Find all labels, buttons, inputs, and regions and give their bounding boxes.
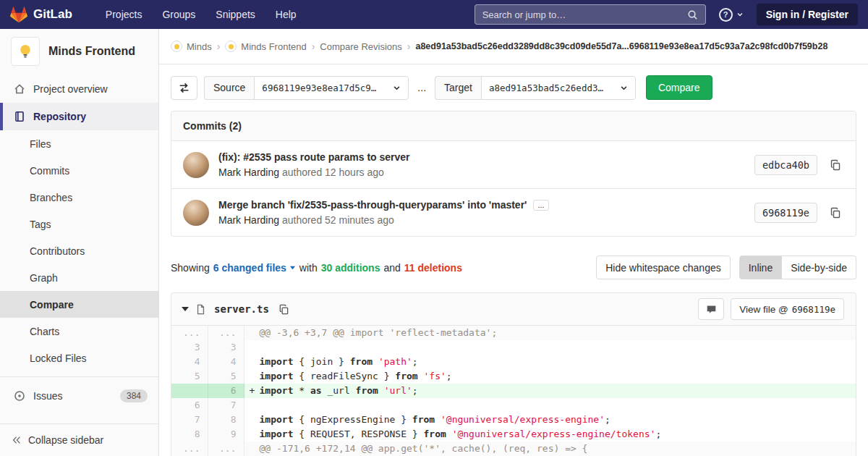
diff-old-line-number[interactable]: 8 (171, 427, 208, 442)
source-revision-group: Source 6968119e93e8ea17d5c9… (204, 76, 409, 100)
diff-new-line-number[interactable]: 7 (208, 398, 244, 413)
diff-file-panel: server.ts View file @ 6968119e (171, 292, 856, 456)
sidebar-item-commits[interactable]: Commits (0, 157, 158, 184)
toggle-file-comments-button[interactable] (698, 298, 724, 320)
issues-count-badge: 384 (120, 389, 148, 402)
expand-commit-message-button[interactable]: ... (533, 200, 548, 211)
diff-line-content: import { readFileSync } from 'fs'; (260, 371, 452, 381)
diff-view-controls: Hide whitespace changes Inline Side-by-s… (596, 256, 856, 279)
diff-old-line-number[interactable]: ... (171, 326, 208, 340)
diff-old-line-number[interactable]: 6 (171, 398, 208, 413)
nav-link-snippets[interactable]: Snippets (216, 9, 255, 20)
diff-line: 6 +import * as _url from 'url'; (171, 384, 856, 398)
copy-file-path-button[interactable] (276, 301, 292, 318)
breadcrumb-item-compare-revisions[interactable]: Compare Revisions (320, 41, 401, 52)
issues-icon (14, 390, 25, 402)
source-branch-dropdown[interactable]: 6968119e93e8ea17d5c9… (254, 76, 409, 100)
sidebar-item-graph[interactable]: Graph (0, 264, 158, 291)
hide-whitespace-button[interactable]: Hide whitespace changes (596, 256, 731, 279)
diff-line-code (244, 398, 856, 413)
diff-line: 3 3 (171, 340, 856, 355)
copy-sha-button[interactable] (827, 156, 844, 174)
target-revision-group: Target a8ed91a53bad5c26edd3… (435, 76, 636, 100)
breadcrumb-item-minds[interactable]: Minds (171, 41, 212, 52)
collapse-diff-caret-icon[interactable] (182, 307, 189, 311)
compare-button[interactable]: Compare (646, 75, 712, 100)
breadcrumb-item-minds-frontend[interactable]: Minds Frontend (225, 41, 306, 52)
diff-line-code: import { ngExpressEngine } from '@nguniv… (244, 413, 856, 427)
sidebar-item-project-overview[interactable]: Project overview (0, 75, 158, 103)
sidebar-item-charts[interactable]: Charts (0, 318, 158, 345)
sidebar-item-repository[interactable]: Repository (0, 103, 158, 130)
diff-line-code: import { readFileSync } from 'fs'; (244, 369, 856, 384)
changed-files-dropdown[interactable]: 6 changed files (213, 262, 296, 274)
diff-new-line-number[interactable]: 3 (208, 340, 244, 355)
nav-links: Projects Groups Snippets Help (106, 9, 297, 20)
author-avatar[interactable] (183, 152, 209, 178)
diff-line-content: import { REQUEST, RESPONSE } from '@ngun… (260, 428, 662, 439)
commits-panel: Commits (2) (fix): #2535 pass route para… (171, 111, 856, 237)
revision-range-separator: ... (415, 82, 428, 93)
gitlab-logo-link[interactable]: GitLab (10, 7, 72, 23)
diff-new-line-number[interactable]: 4 (208, 355, 244, 369)
diff-table-body: ... ... @@ -3,6 +3,7 @@ import 'reflect-… (171, 326, 856, 456)
target-branch-dropdown[interactable]: a8ed91a53bad5c26edd3… (481, 76, 636, 100)
diff-old-line-number[interactable]: ... (171, 442, 208, 456)
sidebar-item-tags[interactable]: Tags (0, 211, 158, 237)
sign-in-register-button[interactable]: Sign in / Register (757, 4, 858, 25)
help-question-icon: ? (719, 8, 733, 22)
sidebar-item-issues[interactable]: Issues 384 (0, 382, 158, 410)
swap-revisions-button[interactable] (171, 76, 197, 100)
diff-old-line-number[interactable]: 4 (171, 355, 208, 369)
commit-meta-text: authored 52 minutes ago (282, 214, 394, 226)
diff-old-line-number[interactable]: 3 (171, 340, 208, 355)
author-avatar[interactable] (183, 200, 209, 226)
diff-new-line-number[interactable]: 9 (208, 427, 244, 442)
view-file-button[interactable]: View file @ 6968119e (731, 298, 844, 320)
commit-sha-badge[interactable]: edbca40b (754, 155, 817, 175)
swap-arrows-icon (178, 82, 190, 94)
diff-new-line-number[interactable]: 8 (208, 413, 244, 427)
view-file-label: View file @ (739, 304, 788, 315)
diff-new-line-number[interactable]: 5 (208, 369, 244, 384)
commit-info: Merge branch 'fix/2535-pass-through-quer… (218, 199, 745, 226)
breadcrumb-label: Compare Revisions (320, 41, 401, 52)
search-input[interactable] (482, 9, 687, 20)
diff-new-line-number[interactable]: ... (208, 442, 244, 456)
nav-link-help[interactable]: Help (276, 9, 297, 20)
commit-author-link[interactable]: Mark Harding (218, 166, 279, 178)
sidebar-item-compare[interactable]: Compare (0, 291, 158, 318)
target-label: Target (435, 76, 481, 100)
diff-summary-bar: Showing 6 changed files with 30 addition… (159, 256, 868, 279)
copy-sha-button[interactable] (827, 204, 844, 221)
inline-view-button[interactable]: Inline (739, 256, 782, 279)
project-header[interactable]: Minds Frontend (0, 29, 158, 75)
nav-link-groups[interactable]: Groups (162, 9, 195, 20)
and-label: and (383, 262, 400, 274)
diff-old-line-number[interactable] (171, 384, 208, 398)
sidebar-item-contributors[interactable]: Contributors (0, 237, 158, 264)
commit-sha-badge[interactable]: 6968119e (754, 203, 817, 223)
commit-title-link[interactable]: (fix): #2535 pass route params to server (218, 151, 410, 163)
help-dropdown[interactable]: ? (719, 8, 744, 22)
collapse-sidebar-button[interactable]: Collapse sidebar (0, 423, 158, 456)
source-label: Source (204, 76, 254, 100)
diff-old-line-number[interactable]: 7 (171, 413, 208, 427)
diff-new-line-number[interactable]: ... (208, 326, 244, 340)
commit-meta-text: authored 12 hours ago (282, 166, 384, 178)
diff-line-content: @@ -3,6 +3,7 @@ import 'reflect-metadata… (260, 327, 498, 338)
diff-old-line-number[interactable]: 5 (171, 369, 208, 384)
sidebar-item-locked-files[interactable]: Locked Files (0, 345, 158, 371)
commit-title-link[interactable]: Merge branch 'fix/2535-pass-through-quer… (218, 199, 527, 211)
diff-new-line-number[interactable]: 6 (208, 384, 244, 398)
side-by-side-view-button[interactable]: Side-by-side (782, 256, 856, 279)
global-search[interactable] (475, 4, 706, 25)
sidebar-item-files[interactable]: Files (0, 130, 158, 157)
nav-link-projects[interactable]: Projects (106, 9, 142, 20)
breadcrumb-current-revisions: a8ed91a53bad5c26edd3289dd8c39cd09de55d7a… (415, 41, 827, 51)
commit-author-link[interactable]: Mark Harding (218, 214, 279, 226)
diff-filename[interactable]: server.ts (214, 303, 269, 315)
sidebar-item-branches[interactable]: Branches (0, 184, 158, 211)
copy-icon (830, 207, 841, 219)
source-branch-value: 6968119e93e8ea17d5c9… (262, 83, 376, 93)
